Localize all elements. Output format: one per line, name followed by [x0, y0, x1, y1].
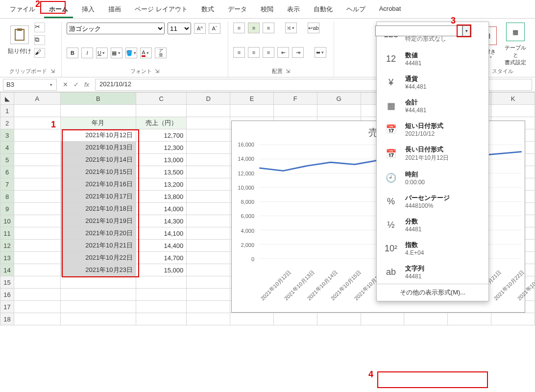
decrease-font-button[interactable]: Aˇ	[209, 23, 220, 34]
decrease-indent-button[interactable]: ⇤	[277, 47, 289, 58]
cell[interactable]	[136, 301, 187, 313]
cell[interactable]: 2021年10月17日	[60, 191, 136, 203]
tab-formulas[interactable]: 数式	[196, 2, 219, 18]
align-center-button[interactable]: ≡	[248, 47, 260, 58]
font-name-select[interactable]: 游ゴシック	[67, 23, 165, 34]
cell[interactable]	[187, 240, 230, 252]
row-header[interactable]: 7	[0, 178, 14, 191]
col-header-D[interactable]: D	[187, 93, 230, 105]
number-format-option-6[interactable]: 🕘時刻0:00:00	[377, 166, 488, 190]
cell[interactable]	[317, 313, 361, 325]
font-size-select[interactable]: 11	[168, 23, 191, 34]
cell[interactable]	[14, 276, 61, 289]
cell[interactable]	[187, 166, 230, 178]
cell[interactable]	[404, 313, 448, 325]
cell[interactable]	[14, 252, 61, 264]
orientation-button[interactable]: ⤭▾	[285, 23, 297, 33]
align-left-button[interactable]: ≡	[233, 47, 245, 58]
cell[interactable]: 2021年10月12日	[60, 129, 136, 142]
cell[interactable]	[187, 203, 230, 215]
bold-button[interactable]: B	[67, 48, 78, 58]
cell[interactable]: 13,200	[136, 178, 187, 191]
cell[interactable]	[14, 191, 61, 203]
row-header[interactable]: 17	[0, 301, 14, 313]
cell[interactable]	[14, 227, 61, 240]
cell[interactable]	[14, 166, 61, 178]
cell[interactable]	[187, 227, 230, 240]
row-header[interactable]: 8	[0, 191, 14, 203]
cell[interactable]: 14,000	[136, 203, 187, 215]
row-header[interactable]: 14	[0, 264, 14, 276]
italic-button[interactable]: I	[81, 48, 93, 58]
tab-page-layout[interactable]: ページ レイアウト	[130, 2, 193, 18]
cell[interactable]: 14,400	[136, 240, 187, 252]
select-all-cell[interactable]: ◣	[0, 93, 14, 105]
cell[interactable]: 2021年10月18日	[60, 203, 136, 215]
cell[interactable]	[187, 289, 230, 301]
row-header[interactable]: 12	[0, 240, 14, 252]
row-header[interactable]: 9	[0, 203, 14, 215]
cell[interactable]	[14, 313, 61, 325]
wrap-text-button[interactable]: ↩ab	[308, 23, 319, 33]
cell[interactable]	[273, 313, 317, 325]
cell[interactable]	[491, 313, 535, 325]
row-header[interactable]: 5	[0, 154, 14, 166]
cell[interactable]	[230, 313, 274, 325]
cell[interactable]	[14, 154, 61, 166]
number-format-dropdown-button[interactable]: ▾	[462, 25, 470, 36]
cell[interactable]	[187, 252, 230, 264]
cell[interactable]: 13,500	[136, 166, 187, 178]
cell[interactable]	[14, 215, 61, 227]
col-header-C[interactable]: C	[136, 93, 187, 105]
align-right-button[interactable]: ≡	[263, 47, 274, 58]
col-header-E[interactable]: E	[230, 93, 274, 105]
tab-home[interactable]: ホーム	[44, 2, 73, 18]
cell[interactable]	[187, 301, 230, 313]
cell[interactable]: 2021年10月23日	[60, 264, 136, 276]
cell[interactable]	[14, 129, 61, 142]
border-button[interactable]: ▦▾	[111, 48, 122, 58]
cell[interactable]: 2021年10月22日	[60, 252, 136, 264]
cell[interactable]	[187, 105, 230, 117]
cell[interactable]	[448, 313, 491, 325]
row-header[interactable]: 6	[0, 166, 14, 178]
number-format-option-9[interactable]: 10²指数4.E+04	[377, 237, 488, 260]
number-format-option-2[interactable]: ¥通貨¥44,481	[377, 71, 488, 94]
number-format-more-option[interactable]: その他の表示形式(M)...	[377, 284, 488, 301]
cell[interactable]: 14,300	[136, 215, 187, 227]
row-header[interactable]: 1	[0, 105, 14, 117]
tab-automate[interactable]: 自動化	[309, 2, 338, 18]
col-header-G[interactable]: G	[317, 93, 361, 105]
tab-acrobat[interactable]: Acrobat	[374, 2, 406, 18]
cell[interactable]: 12,300	[136, 142, 187, 154]
number-format-option-7[interactable]: %パーセンテージ4448100%	[377, 190, 488, 213]
align-top-button[interactable]: ≡	[233, 23, 245, 33]
merge-cells-button[interactable]: ⬌▾	[315, 47, 326, 58]
cell[interactable]	[230, 105, 274, 117]
increase-font-button[interactable]: A^	[194, 23, 206, 34]
number-format-option-1[interactable]: 12数値44481	[377, 47, 488, 71]
number-format-option-4[interactable]: 📅短い日付形式2021/10/12	[377, 118, 488, 141]
cell[interactable]	[361, 313, 404, 325]
cell[interactable]: 14,700	[136, 252, 187, 264]
format-painter-button[interactable]: 🖌	[34, 48, 45, 58]
cell[interactable]: 13,800	[136, 191, 187, 203]
cell[interactable]	[14, 105, 61, 117]
cell[interactable]	[14, 264, 61, 276]
cell[interactable]	[14, 178, 61, 191]
align-bottom-button[interactable]: ≡	[263, 23, 274, 33]
cell[interactable]	[14, 240, 61, 252]
cell[interactable]: 15,000	[136, 264, 187, 276]
number-format-option-8[interactable]: ½分数44481	[377, 213, 488, 237]
tab-data[interactable]: データ	[223, 2, 252, 18]
cell[interactable]	[60, 313, 136, 325]
font-color-button[interactable]: A▾	[140, 48, 152, 58]
cell[interactable]: 2021年10月21日	[60, 240, 136, 252]
cell[interactable]: 2021年10月15日	[60, 166, 136, 178]
row-header[interactable]: 2	[0, 117, 14, 129]
copy-button[interactable]: ⧉	[34, 35, 45, 45]
paste-button[interactable]	[10, 25, 29, 44]
cell[interactable]	[187, 264, 230, 276]
cell[interactable]	[60, 276, 136, 289]
cancel-formula-button[interactable]: ✕	[60, 81, 71, 88]
